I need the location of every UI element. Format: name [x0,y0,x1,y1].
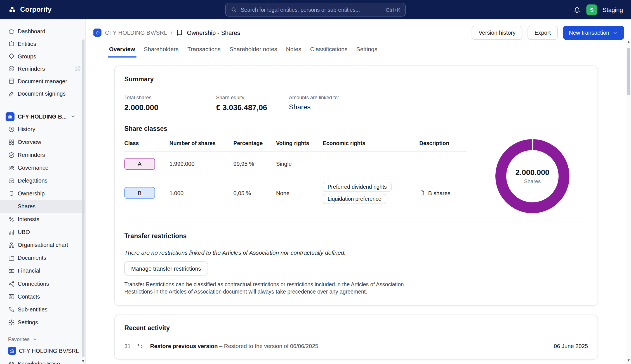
delegations-icon [8,177,15,184]
sidebar-item-label: Settings [18,319,38,325]
sidebar-item-label: Contacts [18,293,40,300]
tab-overview[interactable]: Overview [108,46,136,58]
sidebar-item-entity-reminders[interactable]: Reminders [0,148,85,161]
bar-chart-icon [8,229,15,235]
sidebar-item-ubo[interactable]: UBO [0,226,85,238]
sidebar-item-documents[interactable]: Documents [0,251,85,264]
scrollbar-up-arrow[interactable]: ▲ [627,39,630,45]
sidebar-item-interests[interactable]: Interests [0,213,85,226]
sidebar-item-overview[interactable]: Overview [0,136,85,148]
sidebar-item-label: Financial [18,268,40,274]
sidebar-item-delegations[interactable]: Delegations [0,174,85,187]
cell-number-of-shares: 1.999.000 [169,160,234,167]
sidebar-item-dashboard[interactable]: Dashboard [0,25,85,37]
sidebar-item-history[interactable]: History [0,123,85,136]
tab-shareholder-notes[interactable]: Shareholder notes [228,46,278,58]
summary-fields: Total shares 2.000.000 Share equity € 3.… [124,95,588,112]
sidebar-scrollbar-thumb[interactable] [82,39,85,357]
sidebar-entity-switcher[interactable]: CFY HOLDING B... [0,110,85,123]
sidebar-favorite-cfy-holding[interactable]: CFY HOLDING BV/SRL [0,344,85,357]
document-icon [419,190,425,196]
sidebar-item-label: Entities [18,41,36,47]
undo-icon [136,342,144,349]
activity-row[interactable]: 31 Restore previous version – Restored t… [124,342,588,349]
brand-name: Corporify [20,6,52,14]
sidebar-item-settings[interactable]: Settings [0,316,85,328]
sidebar-item-document-signings[interactable]: Document signings [0,87,85,100]
reminders-icon [8,65,15,72]
share-classes-section: Share classes Class Number of shares Per… [124,125,588,222]
entity-badge-icon [8,347,16,355]
field-value: Shares [289,103,339,112]
main-scrollbar[interactable]: ▲ ▼ [626,39,631,364]
field-value: 2.000.000 [124,103,216,112]
sidebar-item-connections[interactable]: Connections [0,277,85,290]
activity-date: 06 June 2025 [554,342,588,349]
sidebar-item-groups[interactable]: Groups [0,50,85,62]
tab-bar: Overview Shareholders Transactions Share… [108,46,631,58]
donut-total-caption: Shares [524,178,541,184]
new-transaction-button[interactable]: New transaction [563,25,624,39]
breadcrumb-entity-link[interactable]: CFY HOLDING BV/SRL [105,29,167,36]
liquidation-preference-tag[interactable]: Liquidation preference [323,194,386,204]
tab-shareholders[interactable]: Shareholders [143,46,180,58]
sidebar-item-label: CFY HOLDING BV/SRL [19,348,79,354]
tab-settings[interactable]: Settings [355,46,378,58]
sidebar-item-label: History [18,126,35,132]
sidebar-item-knowledge-base[interactable]: Knowledge Base [0,357,85,364]
book-icon [176,29,183,36]
sidebar-item-contacts[interactable]: Contacts [0,290,85,303]
manage-transfer-restrictions-button[interactable]: Manage transfer restrictions [124,261,208,275]
sidebar-item-entities[interactable]: Entities [0,37,85,50]
corporify-logo-icon [8,5,17,14]
cell-voting-rights: Single [276,160,323,167]
document-manager-icon [8,78,15,84]
reminders-icon [8,152,15,158]
sidebar-item-label: Sub-entities [18,306,47,313]
brand-logo[interactable]: Corporify [8,5,52,14]
global-search[interactable]: Ctrl+K [225,3,406,16]
sidebar-item-document-manager[interactable]: Document manager [0,75,85,88]
notifications-bell-icon[interactable] [573,6,581,14]
sidebar-item-organisational-chart[interactable]: Organisational chart [0,238,85,251]
user-avatar[interactable]: S [586,4,597,15]
favorites-section-header[interactable]: Favorites [0,334,85,344]
class-a-badge[interactable]: A [124,158,155,170]
sidebar-item-financial[interactable]: Financial [0,264,85,277]
sidebar-item-governance[interactable]: Governance [0,161,85,174]
sidebar-item-reminders[interactable]: Reminders 10 [0,62,85,75]
column-header: Voting rights [276,140,323,146]
sidebar-scroll-down-arrow[interactable]: ▼ [81,360,85,363]
tab-transactions[interactable]: Transactions [186,46,222,58]
share-nodes-icon [8,280,15,287]
sidebar-item-ownership[interactable]: Ownership [0,187,85,200]
version-history-button[interactable]: Version history [472,25,522,39]
sidebar-item-label: Documents [18,255,46,261]
org-chart-icon [8,242,15,248]
tab-classifications[interactable]: Classifications [309,46,349,58]
sidebar-item-sub-entities[interactable]: Sub-entities [0,303,85,316]
sidebar-item-label: Dashboard [18,28,45,34]
groups-icon [8,53,15,59]
dashboard-icon [8,28,15,34]
gear-icon [8,319,15,325]
class-b-badge[interactable]: B [124,187,155,199]
export-button[interactable]: Export [528,25,557,39]
sidebar-item-label: Knowledge Base [18,360,60,364]
tab-notes[interactable]: Notes [285,46,302,58]
table-row-class-a: A 1.999.000 99,95 % Single [124,152,467,176]
scrollbar-thumb[interactable] [627,48,630,95]
sidebar-item-label: Groups [18,53,36,59]
activity-action: Restore previous version [150,342,218,349]
sidebar-item-label: Overview [18,139,41,145]
people-icon [8,164,15,171]
table-row-class-b: B 1.000 0,05 % None Preferred dividend r… [124,176,467,205]
entity-badge-icon [6,112,15,121]
scrollbar-down-arrow[interactable]: ▼ [627,357,630,364]
global-search-input[interactable] [241,7,382,13]
sidebar-item-shares[interactable]: Shares [0,200,85,213]
contact-card-icon [8,293,15,300]
column-header: Economic rights [323,140,419,146]
sidebar-item-label: Reminders [18,152,45,158]
preferred-dividend-rights-tag[interactable]: Preferred dividend rights [323,182,392,192]
